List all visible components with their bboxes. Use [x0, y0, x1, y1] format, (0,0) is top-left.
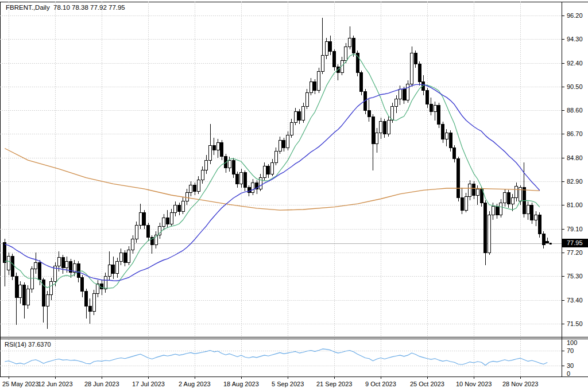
candle — [287, 131, 289, 150]
rsi-indicator-label: RSI(14) 37.6370 — [5, 341, 51, 348]
date-axis-label: 25 May 2023 — [2, 381, 39, 387]
candle — [252, 179, 254, 195]
candle — [500, 199, 502, 218]
candle — [356, 51, 359, 77]
price-axis-label: 94.30 — [567, 36, 583, 42]
candle — [321, 18, 324, 74]
date-axis-tick — [195, 377, 195, 379]
candle — [19, 281, 22, 304]
candle — [236, 172, 239, 188]
price-chart-canvas[interactable] — [0, 2, 562, 337]
rsi-chart-canvas[interactable] — [0, 339, 562, 377]
price-axis-tick — [562, 276, 564, 277]
price-axis-label: 82.90 — [567, 178, 583, 185]
rsi-line — [5, 349, 547, 366]
price-axis-tick — [562, 181, 564, 182]
candle — [243, 170, 246, 192]
candle — [399, 86, 401, 106]
date-axis-label: 2 Aug 2023 — [179, 381, 211, 387]
candle — [50, 278, 53, 300]
price-axis-tick — [562, 205, 564, 205]
candle — [123, 250, 126, 266]
price-axis-label: 75.30 — [567, 273, 583, 280]
date-axis-tick — [288, 377, 288, 379]
candle — [418, 61, 421, 85]
candle — [26, 285, 29, 309]
current-price-badge: 77.95 — [562, 239, 588, 247]
date-axis-tick — [9, 377, 9, 379]
candle — [232, 158, 235, 178]
rsi-axis-label: 70 — [567, 347, 574, 354]
candle — [283, 138, 285, 152]
candle — [174, 201, 177, 216]
candle — [119, 249, 122, 265]
candle — [352, 36, 355, 57]
price-axis-tick — [562, 87, 564, 87]
price-axis-label: 88.60 — [567, 107, 583, 114]
candle — [263, 162, 266, 180]
candle — [507, 190, 510, 207]
price-axis[interactable]: 77.95 96.2094.3092.4090.5088.6086.7084.8… — [562, 0, 588, 392]
price-axis-label: 81.00 — [567, 201, 583, 208]
candle — [531, 203, 533, 224]
price-axis-tick — [562, 134, 564, 134]
candle — [457, 157, 460, 201]
candle — [69, 259, 72, 278]
candle — [333, 49, 336, 71]
candle — [325, 38, 328, 59]
candle — [465, 193, 467, 213]
price-axis-tick — [562, 229, 564, 230]
candle — [163, 214, 165, 230]
candle — [150, 235, 153, 254]
date-axis-tick — [102, 377, 102, 379]
candle — [34, 253, 37, 274]
rsi-axis-tick — [562, 366, 564, 366]
candle — [395, 95, 398, 112]
candle — [154, 231, 157, 249]
candle — [515, 183, 518, 201]
price-axis-label: 96.20 — [567, 12, 583, 19]
candle — [274, 148, 277, 165]
last-close-marker — [550, 243, 552, 244]
price-axis-tick — [562, 253, 564, 253]
candle — [92, 290, 95, 315]
date-axis-tick — [474, 377, 474, 379]
candle — [488, 211, 491, 255]
candle — [143, 210, 146, 229]
price-axis-tick — [562, 300, 564, 301]
candle — [278, 137, 281, 154]
rsi-axis-tick — [562, 351, 564, 351]
candle — [290, 119, 293, 138]
candle — [445, 129, 448, 146]
candle — [294, 108, 297, 125]
panel-separator-upper[interactable] — [0, 337, 588, 337]
price-axis-tick — [562, 63, 564, 64]
candle — [147, 223, 150, 242]
candle — [372, 114, 374, 170]
price-axis-label: 79.10 — [567, 226, 583, 232]
candle — [85, 289, 88, 319]
candle — [166, 210, 169, 227]
price-axis-tick — [562, 324, 564, 324]
candle — [430, 98, 432, 115]
candle — [504, 189, 506, 206]
date-axis-tick — [241, 377, 242, 379]
chart-window: FBRENT.,Daily 78.10 78.38 77.92 77.95 RS… — [0, 0, 588, 392]
date-axis-label: 28 Jun 2023 — [84, 381, 119, 387]
candle — [360, 71, 363, 95]
candle — [438, 103, 440, 127]
candle — [546, 238, 549, 243]
price-axis-label: 84.80 — [567, 154, 583, 161]
candle — [442, 122, 444, 143]
candle — [108, 251, 111, 280]
date-axis[interactable]: 25 May 202312 Jun 202328 Jun 202317 Jul … — [0, 377, 588, 392]
candle — [185, 189, 188, 205]
price-axis-tick — [562, 110, 564, 111]
candle — [189, 181, 192, 196]
candle — [3, 239, 6, 286]
date-axis-label: 5 Sep 2023 — [272, 381, 304, 387]
candle — [197, 176, 200, 193]
candle — [414, 51, 417, 68]
candle — [310, 78, 312, 95]
candle — [96, 280, 99, 297]
